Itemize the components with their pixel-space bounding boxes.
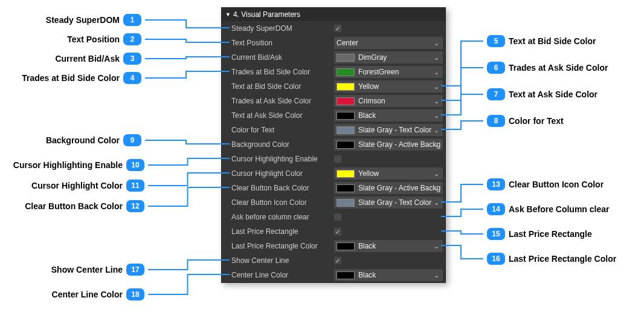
dropdown[interactable]: Slate Gray - Text Color⌄ — [334, 196, 443, 209]
callout-badge: 18 — [126, 288, 144, 300]
dropdown[interactable]: Center⌄ — [334, 37, 443, 49]
callout: 15Last Price Rectangle — [483, 228, 592, 240]
property-label: Trades at Ask Side Color — [231, 97, 334, 105]
dropdown-value: Slate Gray - Text Color — [358, 126, 431, 134]
dropdown[interactable]: DimGray⌄ — [334, 51, 443, 63]
callout-text: Text Position — [67, 34, 120, 44]
callout-badge: 1 — [123, 14, 141, 26]
dropdown[interactable]: Black⌄ — [334, 109, 443, 122]
dropdown[interactable]: Yellow⌄ — [334, 80, 443, 92]
property-label: Last Price Rectangle Color — [231, 242, 334, 250]
dropdown-value: Slate Gray - Active Backg — [358, 140, 440, 149]
dropdown-value: Center — [336, 39, 358, 47]
chevron-down-icon: ⌄ — [434, 126, 439, 134]
color-swatch — [336, 54, 355, 62]
chevron-down-icon: ⌄ — [434, 271, 439, 279]
color-swatch — [336, 184, 355, 192]
property-row: Background ColorSlate Gray - Active Back… — [222, 137, 445, 152]
callout: Background Color9 — [46, 134, 145, 146]
callout: 7Text at Ask Side Color — [483, 88, 597, 100]
dropdown-value: Slate Gray - Active Backg — [358, 184, 440, 192]
property-label: Cursor Highlight Color — [231, 169, 334, 178]
callout: Show Center Line17 — [51, 264, 148, 276]
dropdown[interactable]: Black⌄ — [334, 269, 443, 281]
chevron-down-icon: ⌄ — [434, 83, 439, 91]
property-row: Last Price Rectangle✓ — [222, 224, 445, 239]
checkbox[interactable]: ✓ — [334, 257, 341, 264]
callout-text: Text at Bid Side Color — [509, 36, 596, 46]
color-swatch — [336, 271, 355, 279]
callout-text: Background Color — [46, 135, 120, 145]
callout-badge: 16 — [487, 253, 505, 265]
chevron-down-icon: ⌄ — [434, 184, 439, 192]
callout: Current Bid/Ask3 — [55, 53, 145, 65]
color-swatch — [336, 68, 355, 76]
panel-header[interactable]: ▼ 4. Visual Parameters — [222, 8, 445, 21]
callout-badge: 6 — [487, 62, 505, 74]
callout-text: Cursor Highlighting Enable — [13, 160, 123, 170]
property-label: Text Position — [231, 39, 334, 47]
callout: Clear Button Back Color12 — [25, 200, 148, 212]
dropdown-value: Yellow — [358, 169, 379, 178]
callout: Cursor Highlighting Enable10 — [13, 159, 148, 171]
dropdown[interactable]: Slate Gray - Text Color⌄ — [334, 124, 443, 136]
dropdown[interactable]: Slate Gray - Active Backg⌄ — [334, 182, 443, 194]
dropdown-value: Black — [358, 242, 376, 250]
property-label: Clear Button Icon Color — [231, 198, 334, 207]
chevron-down-icon: ⌄ — [434, 141, 439, 149]
color-swatch — [336, 126, 355, 134]
checkbox[interactable] — [334, 155, 341, 163]
callout-badge: 8 — [487, 115, 505, 127]
checkbox[interactable] — [334, 213, 341, 221]
callout-badge: 13 — [487, 178, 505, 190]
callout: 14Ask Before Column clear — [483, 203, 610, 215]
property-row: Text at Ask Side ColorBlack⌄ — [222, 108, 445, 123]
property-label: Last Price Rectangle — [231, 227, 334, 236]
color-swatch — [336, 242, 355, 250]
property-row: Text at Bid Side ColorYellow⌄ — [222, 79, 445, 94]
callout-text: Current Bid/Ask — [55, 54, 120, 63]
callout: Center Line Color18 — [52, 288, 148, 300]
callout: Cursor Highlight Color11 — [31, 180, 148, 192]
callout-badge: 14 — [487, 203, 505, 215]
property-label: Text at Bid Side Color — [231, 82, 334, 91]
property-label: Cursor Highlighting Enable — [231, 155, 334, 163]
color-swatch — [336, 141, 355, 149]
property-row: Text PositionCenter⌄ — [222, 36, 445, 50]
dropdown-value: Crimson — [358, 97, 385, 105]
chevron-down-icon: ⌄ — [434, 112, 439, 120]
property-row: Show Center Line✓ — [222, 253, 445, 268]
callout: Trades at Bid Side Color4 — [22, 72, 145, 84]
dropdown-value: Yellow — [358, 82, 379, 91]
properties-panel: ▼ 4. Visual Parameters Steady SuperDOM✓T… — [221, 7, 446, 283]
callout-text: Last Price Rectangle — [509, 229, 592, 239]
property-label: Background Color — [231, 140, 334, 149]
color-swatch — [336, 97, 355, 105]
property-row: Cursor Highlighting Enable — [222, 152, 445, 166]
checkbox[interactable]: ✓ — [334, 25, 341, 32]
color-swatch — [336, 199, 355, 207]
callout-badge: 9 — [123, 134, 141, 146]
callout-badge: 17 — [126, 264, 144, 276]
callout-text: Ask Before Column clear — [509, 204, 610, 214]
callout: 8Color for Text — [483, 115, 564, 127]
property-label: Current Bid/Ask — [231, 53, 334, 62]
dropdown-value: Slate Gray - Text Color — [358, 198, 431, 207]
dropdown[interactable]: Black⌄ — [334, 240, 443, 252]
dropdown[interactable]: Crimson⌄ — [334, 95, 443, 107]
property-row: Cursor Highlight ColorYellow⌄ — [222, 166, 445, 181]
callout-text: Clear Button Back Color — [25, 201, 123, 211]
chevron-down-icon: ⌄ — [434, 97, 439, 105]
dropdown[interactable]: Slate Gray - Active Backg⌄ — [334, 138, 443, 151]
callout-badge: 11 — [126, 180, 144, 192]
property-row: Last Price Rectangle ColorBlack⌄ — [222, 239, 445, 253]
chevron-down-icon: ⌄ — [434, 199, 439, 207]
callout: Steady SuperDOM1 — [46, 14, 145, 26]
callout-text: Clear Button Icon Color — [509, 180, 604, 189]
dropdown[interactable]: ForestGreen⌄ — [334, 66, 443, 78]
property-label: Color for Text — [231, 126, 334, 134]
dropdown[interactable]: Yellow⌄ — [334, 167, 443, 180]
callout: 6Trades at Ask Side Color — [483, 62, 608, 74]
callout-badge: 4 — [123, 72, 141, 84]
checkbox[interactable]: ✓ — [334, 228, 341, 235]
